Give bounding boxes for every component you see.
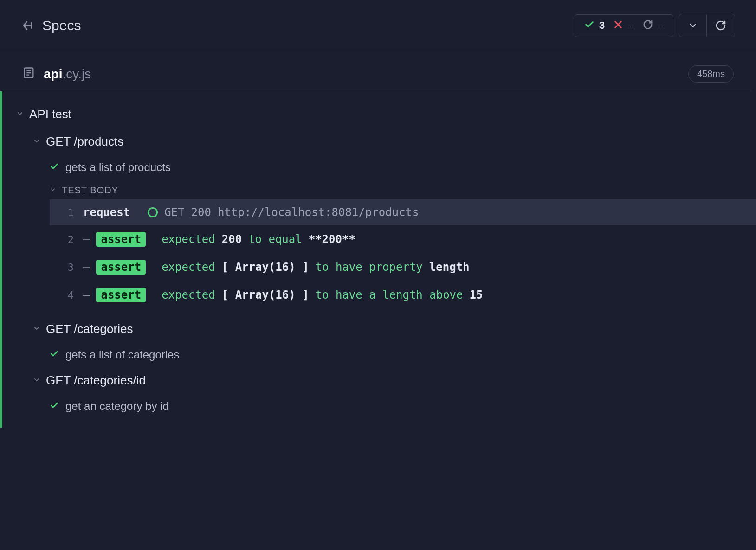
line-number: 3 (55, 262, 74, 273)
status-circle-icon (148, 207, 158, 217)
chevron-down-icon (50, 186, 56, 195)
group-header[interactable]: GET /products (33, 128, 756, 155)
dash: – (83, 261, 90, 274)
command-body: – assert expected [ Array(16) ] to have … (83, 260, 469, 275)
suite-root: API test GET /products gets a list of pr… (2, 101, 756, 418)
check-icon (584, 19, 594, 32)
group-header[interactable]: GET /categories (33, 309, 756, 343)
group-title: GET /products (46, 134, 123, 149)
assert-actual: [ Array(16) ] (222, 288, 309, 301)
assert-word: expected (162, 261, 215, 274)
stat-pending: -- (643, 19, 664, 32)
assert-actual: 200 (222, 233, 242, 246)
assert-badge: assert (96, 260, 146, 275)
command-row-assert[interactable]: 2 – assert expected 200 to equal **200** (50, 225, 756, 253)
check-icon (50, 161, 59, 174)
assert-phrase: to have property (316, 261, 423, 274)
command-row-assert[interactable]: 3 – assert expected [ Array(16) ] to hav… (50, 253, 756, 281)
group-products: GET /products gets a list of products TE… (16, 128, 756, 309)
assert-expected: 15 (469, 288, 483, 301)
command-body: – assert expected [ Array(16) ] to have … (83, 288, 483, 302)
stat-failed: -- (613, 19, 634, 32)
test-block: gets a list of categories (33, 343, 756, 367)
command-list: 1 request GET 200 http://localhost:8081/… (50, 199, 756, 309)
file-left: api.cy.js (22, 66, 91, 82)
test-body-label: TEST BODY (62, 185, 118, 196)
assert-word: expected (162, 288, 215, 301)
line-number: 4 (55, 289, 74, 301)
command-body: request GET 200 http://localhost:8081/pr… (83, 206, 419, 219)
group-title: GET /categories (46, 322, 133, 336)
line-number: 1 (55, 207, 74, 218)
test-row[interactable]: get an category by id (50, 394, 756, 418)
passed-count: 3 (599, 19, 605, 32)
chevron-down-icon (33, 325, 40, 334)
command-body: – assert expected 200 to equal **200** (83, 232, 355, 247)
content: API test GET /products gets a list of pr… (0, 91, 756, 428)
assert-expected: length (429, 261, 470, 274)
stats-box: 3 -- -- (575, 14, 673, 37)
back-icon[interactable] (21, 19, 34, 32)
group-title: GET /categories/id (46, 373, 146, 388)
page-title: Specs (42, 18, 81, 33)
command-name: request (83, 206, 130, 219)
assert-phrase: to have a length above (316, 288, 463, 301)
group-categories-id: GET /categories/id get an category by id (16, 367, 756, 418)
assert-badge: assert (96, 232, 146, 247)
assert-badge: assert (96, 288, 146, 302)
control-box (679, 14, 735, 37)
pending-count: -- (658, 20, 664, 31)
dash: – (83, 288, 90, 301)
file-name: api.cy.js (44, 67, 91, 82)
check-icon (50, 348, 59, 361)
group-header[interactable]: GET /categories/id (33, 367, 756, 394)
test-row[interactable]: gets a list of products (50, 155, 756, 179)
suite-title: API test (29, 107, 71, 122)
request-url: http://localhost:8081/products (218, 206, 419, 219)
chevron-down-icon (33, 137, 40, 147)
chevron-down-icon[interactable] (679, 14, 706, 37)
test-title: gets a list of categories (65, 348, 179, 361)
assert-actual: [ Array(16) ] (222, 261, 309, 274)
header-left: Specs (21, 18, 81, 33)
group-categories: GET /categories gets a list of categorie… (16, 309, 756, 367)
dash: – (83, 233, 90, 246)
test-block: get an category by id (33, 394, 756, 418)
command-row-request[interactable]: 1 request GET 200 http://localhost:8081/… (50, 199, 756, 225)
file-extension: .cy.js (62, 67, 91, 81)
app-header: Specs 3 -- -- (0, 0, 756, 51)
test-row[interactable]: gets a list of categories (50, 343, 756, 367)
suite-header[interactable]: API test (16, 101, 756, 128)
chevron-down-icon (16, 110, 24, 119)
rerun-icon[interactable] (706, 14, 735, 37)
assert-phrase: to equal (248, 233, 302, 246)
header-right: 3 -- -- (575, 14, 735, 37)
x-icon (613, 19, 623, 32)
failed-count: -- (628, 20, 634, 31)
test-body-header[interactable]: TEST BODY (50, 179, 756, 199)
test-title: get an category by id (65, 400, 169, 413)
command-row-assert[interactable]: 4 – assert expected [ Array(16) ] to hav… (50, 281, 756, 309)
chevron-down-icon (33, 376, 40, 385)
assert-word: expected (162, 233, 215, 246)
stat-passed: 3 (584, 19, 605, 32)
duration-badge: 458ms (688, 65, 734, 83)
test-title: gets a list of products (65, 161, 171, 174)
request-method: GET (164, 206, 184, 219)
retry-icon (643, 19, 653, 32)
request-status: 200 (191, 206, 211, 219)
check-icon (50, 400, 59, 413)
test-block: gets a list of products TEST BODY 1 requ… (33, 155, 756, 309)
document-icon (22, 66, 35, 82)
file-basename: api (44, 67, 62, 81)
assert-expected: **200** (309, 233, 355, 246)
line-number: 2 (55, 234, 74, 245)
file-row: api.cy.js 458ms (4, 51, 752, 91)
